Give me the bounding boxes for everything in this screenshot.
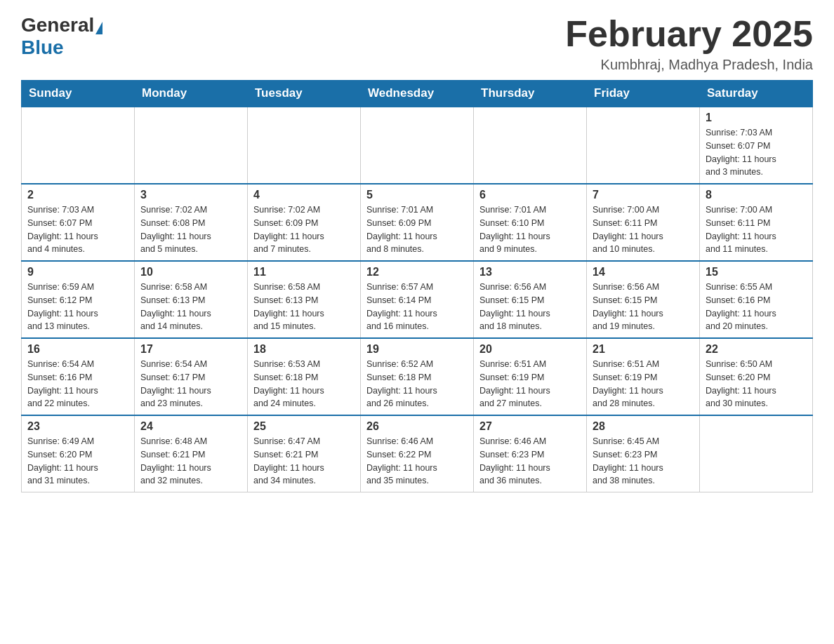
calendar-cell: 12Sunrise: 6:57 AM Sunset: 6:14 PM Dayli…: [361, 261, 474, 338]
calendar-cell: 2Sunrise: 7:03 AM Sunset: 6:07 PM Daylig…: [22, 184, 135, 261]
day-number: 14: [593, 266, 694, 279]
calendar-cell: 9Sunrise: 6:59 AM Sunset: 6:12 PM Daylig…: [22, 261, 135, 338]
calendar-cell: 17Sunrise: 6:54 AM Sunset: 6:17 PM Dayli…: [135, 338, 248, 415]
day-info: Sunrise: 7:01 AM Sunset: 6:10 PM Dayligh…: [479, 203, 581, 256]
day-info: Sunrise: 6:53 AM Sunset: 6:18 PM Dayligh…: [253, 358, 355, 410]
logo: General Blue: [21, 14, 104, 59]
day-info: Sunrise: 6:57 AM Sunset: 6:14 PM Dayligh…: [366, 281, 468, 333]
weekday-header-friday: Friday: [587, 81, 700, 107]
calendar-cell: 3Sunrise: 7:02 AM Sunset: 6:08 PM Daylig…: [135, 184, 248, 261]
calendar-cell: 20Sunrise: 6:51 AM Sunset: 6:19 PM Dayli…: [474, 338, 587, 415]
day-info: Sunrise: 6:46 AM Sunset: 6:23 PM Dayligh…: [479, 435, 581, 488]
page-header: General Blue February 2025 Kumbhraj, Mad…: [21, 14, 813, 73]
day-info: Sunrise: 7:02 AM Sunset: 6:09 PM Dayligh…: [253, 203, 355, 256]
calendar-week-2: 2Sunrise: 7:03 AM Sunset: 6:07 PM Daylig…: [22, 184, 813, 261]
day-number: 27: [479, 420, 581, 433]
calendar-cell: [700, 415, 813, 492]
calendar-cell: 21Sunrise: 6:51 AM Sunset: 6:19 PM Dayli…: [587, 338, 700, 415]
day-number: 10: [140, 266, 241, 279]
title-area: February 2025 Kumbhraj, Madhya Pradesh, …: [565, 14, 813, 73]
calendar-cell: 19Sunrise: 6:52 AM Sunset: 6:18 PM Dayli…: [361, 338, 474, 415]
weekday-header-wednesday: Wednesday: [361, 81, 474, 107]
calendar-cell: 18Sunrise: 6:53 AM Sunset: 6:18 PM Dayli…: [248, 338, 361, 415]
calendar-cell: [361, 107, 474, 184]
day-info: Sunrise: 6:55 AM Sunset: 6:16 PM Dayligh…: [706, 281, 807, 333]
day-info: Sunrise: 6:58 AM Sunset: 6:13 PM Dayligh…: [253, 281, 355, 333]
weekday-header-saturday: Saturday: [700, 81, 813, 107]
calendar-cell: 28Sunrise: 6:45 AM Sunset: 6:23 PM Dayli…: [587, 415, 700, 492]
calendar-cell: [135, 107, 248, 184]
calendar-cell: 7Sunrise: 7:00 AM Sunset: 6:11 PM Daylig…: [587, 184, 700, 261]
calendar-cell: [474, 107, 587, 184]
day-info: Sunrise: 7:03 AM Sunset: 6:07 PM Dayligh…: [706, 126, 807, 179]
weekday-header-monday: Monday: [135, 81, 248, 107]
day-info: Sunrise: 6:56 AM Sunset: 6:15 PM Dayligh…: [593, 281, 694, 333]
day-number: 6: [479, 189, 581, 201]
day-number: 28: [593, 420, 694, 433]
day-number: 23: [27, 420, 128, 433]
day-info: Sunrise: 6:48 AM Sunset: 6:21 PM Dayligh…: [140, 435, 241, 488]
day-info: Sunrise: 7:03 AM Sunset: 6:07 PM Dayligh…: [27, 203, 128, 256]
calendar-cell: 25Sunrise: 6:47 AM Sunset: 6:21 PM Dayli…: [248, 415, 361, 492]
day-number: 25: [253, 420, 355, 433]
day-number: 1: [706, 112, 807, 124]
day-info: Sunrise: 6:56 AM Sunset: 6:15 PM Dayligh…: [479, 281, 581, 333]
calendar-cell: 16Sunrise: 6:54 AM Sunset: 6:16 PM Dayli…: [22, 338, 135, 415]
calendar-cell: 11Sunrise: 6:58 AM Sunset: 6:13 PM Dayli…: [248, 261, 361, 338]
weekday-header-sunday: Sunday: [22, 81, 135, 107]
day-number: 20: [479, 343, 581, 356]
day-info: Sunrise: 7:02 AM Sunset: 6:08 PM Dayligh…: [140, 203, 241, 256]
day-number: 24: [140, 420, 241, 433]
calendar-cell: 15Sunrise: 6:55 AM Sunset: 6:16 PM Dayli…: [700, 261, 813, 338]
calendar-week-5: 23Sunrise: 6:49 AM Sunset: 6:20 PM Dayli…: [22, 415, 813, 492]
calendar-cell: 10Sunrise: 6:58 AM Sunset: 6:13 PM Dayli…: [135, 261, 248, 338]
logo-arrow-icon: [95, 22, 102, 34]
day-number: 5: [366, 189, 468, 201]
calendar-week-4: 16Sunrise: 6:54 AM Sunset: 6:16 PM Dayli…: [22, 338, 813, 415]
calendar-table: SundayMondayTuesdayWednesdayThursdayFrid…: [21, 80, 813, 492]
day-info: Sunrise: 6:51 AM Sunset: 6:19 PM Dayligh…: [593, 358, 694, 410]
day-info: Sunrise: 6:54 AM Sunset: 6:17 PM Dayligh…: [140, 358, 241, 410]
day-number: 22: [706, 343, 807, 356]
calendar-cell: 8Sunrise: 7:00 AM Sunset: 6:11 PM Daylig…: [700, 184, 813, 261]
day-number: 13: [479, 266, 581, 279]
weekday-header-thursday: Thursday: [474, 81, 587, 107]
day-info: Sunrise: 6:49 AM Sunset: 6:20 PM Dayligh…: [27, 435, 128, 488]
day-number: 17: [140, 343, 241, 356]
day-number: 3: [140, 189, 241, 201]
day-info: Sunrise: 6:52 AM Sunset: 6:18 PM Dayligh…: [366, 358, 468, 410]
day-info: Sunrise: 6:46 AM Sunset: 6:22 PM Dayligh…: [366, 435, 468, 488]
day-info: Sunrise: 6:58 AM Sunset: 6:13 PM Dayligh…: [140, 281, 241, 333]
day-number: 19: [366, 343, 468, 356]
day-info: Sunrise: 6:59 AM Sunset: 6:12 PM Dayligh…: [27, 281, 128, 333]
day-number: 26: [366, 420, 468, 433]
calendar-cell: 1Sunrise: 7:03 AM Sunset: 6:07 PM Daylig…: [700, 107, 813, 184]
day-number: 4: [253, 189, 355, 201]
location-subtitle: Kumbhraj, Madhya Pradesh, India: [565, 57, 813, 73]
calendar-cell: 6Sunrise: 7:01 AM Sunset: 6:10 PM Daylig…: [474, 184, 587, 261]
day-number: 7: [593, 189, 694, 201]
calendar-week-3: 9Sunrise: 6:59 AM Sunset: 6:12 PM Daylig…: [22, 261, 813, 338]
calendar-cell: [587, 107, 700, 184]
day-number: 16: [27, 343, 128, 356]
day-number: 9: [27, 266, 128, 279]
calendar-cell: [22, 107, 135, 184]
day-info: Sunrise: 7:00 AM Sunset: 6:11 PM Dayligh…: [706, 203, 807, 256]
month-title: February 2025: [565, 14, 813, 54]
day-number: 15: [706, 266, 807, 279]
day-number: 2: [27, 189, 128, 201]
day-info: Sunrise: 7:00 AM Sunset: 6:11 PM Dayligh…: [593, 203, 694, 256]
day-number: 12: [366, 266, 468, 279]
calendar-cell: 27Sunrise: 6:46 AM Sunset: 6:23 PM Dayli…: [474, 415, 587, 492]
logo-blue-text: Blue: [21, 36, 64, 59]
logo-general-text: General: [21, 14, 94, 36]
calendar-week-1: 1Sunrise: 7:03 AM Sunset: 6:07 PM Daylig…: [22, 107, 813, 184]
calendar-cell: 14Sunrise: 6:56 AM Sunset: 6:15 PM Dayli…: [587, 261, 700, 338]
calendar-cell: 5Sunrise: 7:01 AM Sunset: 6:09 PM Daylig…: [361, 184, 474, 261]
day-number: 11: [253, 266, 355, 279]
calendar-cell: 26Sunrise: 6:46 AM Sunset: 6:22 PM Dayli…: [361, 415, 474, 492]
weekday-header-tuesday: Tuesday: [248, 81, 361, 107]
weekday-header-row: SundayMondayTuesdayWednesdayThursdayFrid…: [22, 81, 813, 107]
calendar-cell: 24Sunrise: 6:48 AM Sunset: 6:21 PM Dayli…: [135, 415, 248, 492]
day-info: Sunrise: 7:01 AM Sunset: 6:09 PM Dayligh…: [366, 203, 468, 256]
